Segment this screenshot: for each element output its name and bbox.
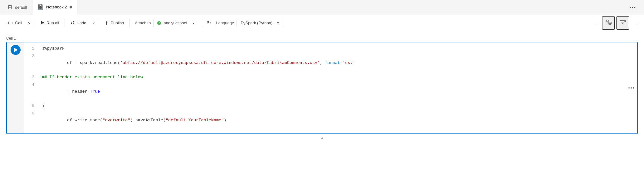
code-line-4: 4 , header=True: [24, 81, 625, 102]
run-all-label: Run all: [46, 21, 59, 25]
toolbar-filter-button[interactable]: [616, 16, 629, 30]
tab-default[interactable]: 🗄 default: [2, 0, 32, 15]
undo-icon: ↺: [71, 20, 75, 26]
line-num-2: 2: [28, 53, 34, 60]
collapse-chevron-icon[interactable]: ∧: [321, 136, 324, 140]
notebook-settings-button[interactable]: [602, 16, 615, 30]
dot2: [632, 7, 633, 8]
cell-more-dots: [628, 87, 634, 89]
chevron-down-icon: ∨: [28, 21, 31, 25]
add-icon: +: [7, 20, 10, 26]
pool-dropdown[interactable]: analyticspool ∨: [153, 19, 203, 27]
code-line-2: 2 df = spark.read.load('abfss://default@…: [24, 52, 625, 74]
code-content-1: %%pyspark: [42, 45, 65, 52]
toolbar-right: ...: [591, 16, 640, 30]
undo-chevron-button[interactable]: ∨: [91, 19, 96, 27]
publish-label: Publish: [111, 21, 124, 25]
line-num-6: 6: [28, 110, 34, 117]
cell-run-button[interactable]: [11, 45, 21, 55]
pool-dropdown-chevron: ∨: [192, 21, 195, 25]
more-dot1: [628, 87, 630, 89]
toolbar-more-dots-label: ...: [594, 21, 598, 25]
refresh-button[interactable]: ↻: [206, 19, 212, 27]
main-content: Cell 1 1 %%pyspark 2 df = spark.read.loa…: [0, 31, 644, 147]
divider-4: [129, 19, 130, 27]
dot1: [630, 7, 631, 8]
tab-bar-left: 🗄 default 📓 Notebook 2: [2, 0, 77, 15]
add-cell-button[interactable]: + + Cell: [4, 18, 25, 28]
run-all-button[interactable]: Run all: [37, 19, 62, 27]
code-editor[interactable]: 1 %%pyspark 2 df = spark.read.load('abfs…: [24, 42, 625, 133]
line-num-1: 1: [28, 45, 34, 52]
overflow-dots-label: ...: [634, 21, 637, 25]
pool-name-label: analyticspool: [163, 21, 187, 25]
toolbar-more-button[interactable]: ...: [591, 19, 601, 27]
tab-notebook2[interactable]: 📓 Notebook 2: [32, 0, 77, 15]
divider-2: [65, 19, 65, 27]
svg-marker-0: [41, 21, 44, 24]
code-cell: 1 %%pyspark 2 df = spark.read.load('abfs…: [6, 42, 638, 134]
language-chevron-icon: ∨: [277, 21, 279, 25]
language-section: Language PySpark (Python) ∨: [216, 19, 283, 27]
more-dot2: [631, 87, 632, 89]
language-value-label: PySpark (Python): [241, 21, 272, 25]
language-label: Language: [216, 21, 234, 25]
line-num-3: 3: [28, 74, 34, 81]
database-icon: 🗄: [7, 5, 12, 10]
run-all-icon: [41, 21, 45, 26]
tab-bar-more-button[interactable]: [627, 6, 638, 9]
collapse-bar: ∧: [6, 134, 638, 142]
line-num-4: 4: [28, 81, 34, 88]
code-line-5: 5 ): [24, 102, 625, 110]
divider-1: [35, 19, 35, 27]
attach-to-label: Attach to: [135, 21, 151, 25]
divider-3: [99, 19, 99, 27]
code-line-6: 6 df.write.mode("overwrite").saveAsTable…: [24, 110, 625, 131]
more-dot3: [633, 87, 634, 89]
cell-label: Cell 1: [6, 36, 638, 41]
toolbar: + + Cell ∨ Run all ↺ Undo ∨ ⬆ Publish At…: [0, 15, 644, 31]
tab-default-label: default: [15, 5, 27, 10]
dot3: [634, 7, 635, 8]
publish-icon: ⬆: [105, 20, 109, 26]
tab-notebook2-label: Notebook 2: [46, 5, 67, 9]
code-content-4: , header=True: [42, 81, 100, 102]
notebook-icon: 📓: [37, 4, 44, 10]
line-num-5: 5: [28, 103, 34, 109]
undo-button[interactable]: ↺ Undo: [67, 18, 89, 28]
code-content-5: ): [42, 103, 44, 109]
code-line-3: 3 ## If header exists uncomment line bel…: [24, 74, 625, 81]
add-cell-label: + Cell: [12, 21, 22, 25]
run-triangle-icon: [14, 48, 18, 52]
cell-run-bar: [7, 42, 24, 133]
undo-chevron-icon: ∨: [92, 21, 95, 25]
code-line-1: 1 %%pyspark: [24, 45, 625, 52]
code-content-3: ## If header exists uncomment line below: [42, 74, 143, 81]
tab-modified-dot: [70, 6, 72, 8]
tab-bar-right: [627, 6, 642, 9]
notebook-settings-icon: [605, 19, 612, 27]
code-content-2: df = spark.read.load('abfss://default@az…: [42, 53, 355, 73]
cell-more-button[interactable]: [625, 42, 637, 133]
tab-bar: 🗄 default 📓 Notebook 2: [0, 0, 644, 15]
filter-icon: [619, 19, 626, 27]
attach-section: Attach to analyticspool ∨ ↻: [135, 19, 212, 27]
pool-status-icon: [157, 21, 161, 25]
svg-point-1: [607, 20, 608, 22]
language-dropdown[interactable]: PySpark (Python) ∨: [237, 19, 283, 27]
code-content-6: df.write.mode("overwrite").saveAsTable("…: [42, 110, 226, 131]
undo-label: Undo: [76, 21, 86, 25]
cell-chevron-button[interactable]: ∨: [27, 19, 32, 27]
toolbar-overflow-button[interactable]: ...: [631, 19, 640, 27]
publish-button[interactable]: ⬆ Publish: [102, 18, 127, 28]
